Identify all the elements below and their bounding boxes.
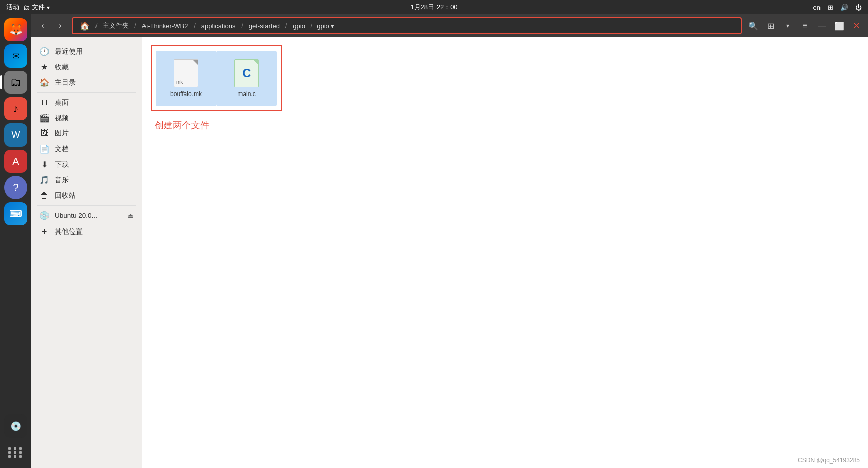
desktop-icon: 🖥 bbox=[39, 98, 50, 107]
sidebar-item-trash[interactable]: 🗑 回收站 bbox=[31, 188, 142, 203]
taskbar-vscode[interactable]: ⌨ bbox=[4, 202, 27, 225]
breadcrumb-sep-4: / bbox=[241, 22, 243, 29]
sidebar-places-section: 🕐 最近使用 ★ 收藏 🏠 主目录 🖥 桌面 bbox=[31, 41, 142, 242]
top-bar: 活动 🗂 文件 ▾ 1月28日 22：00 en ⊞ 🔊 ⏻ bbox=[0, 0, 868, 14]
view-dropdown-button[interactable]: ▾ bbox=[780, 18, 795, 33]
file-item-bouffalo[interactable]: mk bouffalo.mk bbox=[156, 51, 216, 106]
sidebar-item-videos[interactable]: 🎬 视频 bbox=[31, 110, 142, 126]
taskbar-dvd[interactable]: 💿 bbox=[4, 414, 27, 438]
recent-icon: 🕐 bbox=[39, 46, 50, 56]
sidebar-item-downloads[interactable]: ⬇ 下载 bbox=[31, 157, 142, 172]
file-item-main[interactable]: C main.c bbox=[216, 51, 277, 106]
taskbar-rhythmbox[interactable]: ♪ bbox=[4, 97, 27, 120]
taskbar: 🦊 ✉ 🗂 ♪ W A ? ⌨ 💿 bbox=[0, 14, 31, 468]
taskbar-libreoffice[interactable]: W bbox=[4, 123, 27, 147]
videos-icon: 🎬 bbox=[39, 113, 50, 123]
minimize-button[interactable]: — bbox=[814, 18, 830, 33]
ubuntu-icon: 💿 bbox=[39, 211, 50, 220]
chevron-down-icon: ▾ bbox=[47, 5, 50, 10]
sidebar-item-pictures[interactable]: 🖼 图片 bbox=[31, 126, 142, 141]
breadcrumb-sep-1: / bbox=[95, 22, 97, 29]
sidebar-item-ubuntu[interactable]: 💿 Ubuntu 20.0... ⏏ bbox=[31, 208, 142, 223]
file-name-main: main.c bbox=[237, 90, 255, 98]
breadcrumb-sep-3: / bbox=[194, 22, 195, 29]
sidebar-item-documents[interactable]: 📄 文档 bbox=[31, 141, 142, 157]
breadcrumb-get-started[interactable]: get-started bbox=[245, 20, 284, 32]
sidebar-divider-2 bbox=[37, 205, 136, 206]
activities-button[interactable]: 活动 bbox=[6, 3, 19, 12]
fm-titlebar: ‹ › 🏠 / 主文件夹 / Ai-Thinker-WB2 / applicat… bbox=[31, 14, 868, 37]
datetime-display: 1月28日 22：00 bbox=[410, 3, 457, 12]
power-icon[interactable]: ⏻ bbox=[855, 4, 862, 11]
breadcrumb-sep-5: / bbox=[285, 22, 287, 29]
trash-icon: 🗑 bbox=[39, 191, 50, 200]
sidebar-item-music[interactable]: 🎵 音乐 bbox=[31, 172, 142, 188]
sidebar-item-recent[interactable]: 🕐 最近使用 bbox=[31, 43, 142, 59]
home-icon: 🏠 bbox=[39, 78, 50, 87]
volume-icon[interactable]: 🔊 bbox=[840, 4, 848, 11]
app-grid-button[interactable] bbox=[4, 441, 27, 464]
c-file-icon: C bbox=[234, 59, 259, 87]
top-bar-right: en ⊞ 🔊 ⏻ bbox=[813, 4, 862, 11]
eject-button[interactable]: ⏏ bbox=[127, 212, 134, 220]
file-manager-window: ‹ › 🏠 / 主文件夹 / Ai-Thinker-WB2 / applicat… bbox=[31, 14, 868, 468]
breadcrumb-gpio-dropdown[interactable]: gpio ▾ bbox=[314, 20, 337, 32]
file-name-bouffalo: bouffalo.mk bbox=[170, 90, 202, 98]
fm-body: 🕐 最近使用 ★ 收藏 🏠 主目录 🖥 桌面 bbox=[31, 37, 868, 468]
breadcrumb-bar: 🏠 / 主文件夹 / Ai-Thinker-WB2 / applications… bbox=[72, 17, 742, 34]
sidebar-item-home[interactable]: 🏠 主目录 bbox=[31, 75, 142, 90]
maximize-button[interactable]: ⬜ bbox=[832, 18, 847, 33]
close-button[interactable]: ✕ bbox=[849, 18, 864, 33]
main-layout: 🦊 ✉ 🗂 ♪ W A ? ⌨ 💿 ‹ › 🏠 / 主文件夹 bbox=[0, 14, 868, 468]
file-grid: mk bouffalo.mk C main.c bbox=[151, 45, 282, 111]
sidebar-item-other-locations[interactable]: + 其他位置 bbox=[31, 223, 142, 240]
other-locations-icon: + bbox=[39, 226, 50, 237]
mk-file-icon: mk bbox=[174, 59, 198, 87]
breadcrumb-sep-6: / bbox=[311, 22, 312, 29]
sidebar-divider-1 bbox=[37, 92, 136, 93]
network-icon[interactable]: ⊞ bbox=[828, 4, 833, 11]
taskbar-firefox[interactable]: 🦊 bbox=[4, 18, 27, 41]
view-grid-button[interactable]: ⊞ bbox=[763, 18, 778, 33]
breadcrumb-applications[interactable]: applications bbox=[197, 20, 240, 32]
taskbar-thunderbird[interactable]: ✉ bbox=[4, 44, 27, 68]
breadcrumb-chevron-icon: ▾ bbox=[331, 22, 334, 30]
sidebar-item-desktop[interactable]: 🖥 桌面 bbox=[31, 95, 142, 110]
forward-button[interactable]: › bbox=[53, 18, 68, 33]
breadcrumb-home-label[interactable]: 主文件夹 bbox=[99, 19, 133, 32]
folder-icon: 🗂 bbox=[23, 4, 30, 11]
watermark-text: CSDN @qq_54193285 bbox=[798, 457, 860, 464]
search-button[interactable]: 🔍 bbox=[746, 18, 761, 33]
sidebar-item-favorites[interactable]: ★ 收藏 bbox=[31, 59, 142, 75]
menu-button[interactable]: ≡ bbox=[797, 18, 812, 33]
lang-indicator[interactable]: en bbox=[813, 4, 821, 11]
fm-toolbar-right: 🔍 ⊞ ▾ ≡ — ⬜ ✕ bbox=[746, 18, 864, 33]
breadcrumb-home[interactable]: 🏠 bbox=[76, 19, 94, 33]
breadcrumb-ai-thinker[interactable]: Ai-Thinker-WB2 bbox=[138, 20, 192, 32]
favorites-icon: ★ bbox=[39, 62, 50, 72]
fm-content: mk bouffalo.mk C main.c 创建两个文件 CSDN @qq_… bbox=[142, 37, 868, 468]
taskbar-files[interactable]: 🗂 bbox=[4, 71, 27, 94]
breadcrumb-gpio[interactable]: gpio bbox=[288, 20, 309, 32]
documents-icon: 📄 bbox=[39, 144, 50, 154]
downloads-icon: ⬇ bbox=[39, 160, 50, 169]
annotation-text: 创建两个文件 bbox=[155, 119, 860, 131]
back-button[interactable]: ‹ bbox=[35, 18, 51, 33]
pictures-icon: 🖼 bbox=[39, 129, 50, 138]
taskbar-appstore[interactable]: A bbox=[4, 150, 27, 173]
folder-label[interactable]: 🗂 文件 ▾ bbox=[23, 3, 50, 12]
breadcrumb-sep-2: / bbox=[134, 22, 136, 29]
taskbar-help[interactable]: ? bbox=[4, 176, 27, 199]
fm-sidebar: 🕐 最近使用 ★ 收藏 🏠 主目录 🖥 桌面 bbox=[31, 37, 142, 468]
music-icon: 🎵 bbox=[39, 175, 50, 185]
